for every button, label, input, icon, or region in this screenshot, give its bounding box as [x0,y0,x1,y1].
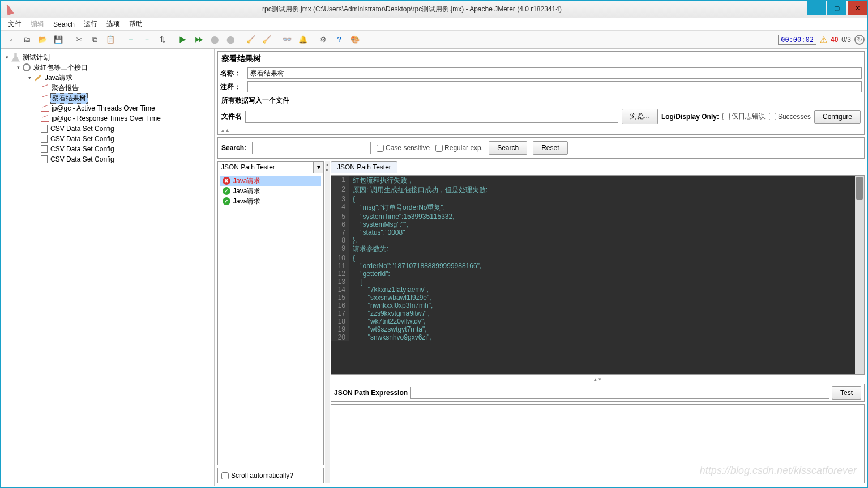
stop-indicator-icon: ↻ [854,35,865,45]
sample-result-item[interactable]: ✔Java请求 [220,186,321,196]
menu-run[interactable]: 运行 [80,18,101,30]
tree-aggregate[interactable]: 聚合报告 [50,83,80,93]
renderer-dropdown-button[interactable]: ▾ [313,162,323,173]
code-text: "snwksnhvo9gxv6zi", [349,333,431,341]
window-maximize-button[interactable]: ▢ [827,1,846,15]
line-number: 6 [331,220,349,228]
sample-result-item[interactable]: ✖Java请求 [220,176,321,186]
errors-only-checkbox[interactable] [722,113,730,120]
thread-count: 0/3 [841,36,851,44]
clear-button[interactable]: 🧹 [243,32,258,47]
jsonpath-input[interactable] [410,387,829,399]
new-button[interactable]: ▫ [3,32,18,47]
tree-view-results[interactable]: 察看结果树 [50,93,88,104]
case-sensitive-checkbox[interactable] [377,145,384,152]
reset-button[interactable]: Reset [533,141,567,155]
line-number: 4 [331,203,349,213]
toolbar: ▫ 🗂 📂 💾 ✂ ⧉ 📋 ＋ － ⇅ ⬤ ⬤ 🧹 🧹 👓 🔔 ⚙ ? 🎨 00… [1,31,867,49]
templates-button[interactable]: 🗂 [19,32,34,47]
tree-csv4[interactable]: CSV Data Set Config [49,155,116,163]
line-number: 18 [331,317,349,325]
tree-root[interactable]: 测试计划 [22,53,51,62]
errors-only-label: 仅日志错误 [732,112,766,121]
reset-search-button[interactable]: 🔔 [296,32,310,47]
palette-button[interactable]: 🎨 [348,32,362,47]
search-button[interactable]: Search [489,141,527,155]
panel-title: 察看结果树 [218,52,864,66]
listener-icon [41,115,49,122]
menu-search[interactable]: Search [50,19,78,29]
json-path-tester-tab[interactable]: JSON Path Tester [331,161,397,173]
tree-toggle[interactable]: ▾ [27,75,32,80]
regex-checkbox[interactable] [435,145,443,152]
test-plan-tree[interactable]: ▾测试计划 ▾发红包等三个接口 ▾Java请求 聚合报告 察看结果树 jp@gc… [1,49,215,486]
toggle-button[interactable]: ⇅ [155,32,170,47]
stop-button[interactable]: ⬤ [207,32,222,47]
config-icon [41,145,48,153]
name-input[interactable] [247,67,862,79]
tree-csv2[interactable]: CSV Data Set Config [49,135,116,143]
remove-button[interactable]: － [139,32,154,47]
menu-help[interactable]: 帮助 [126,18,146,30]
timer-display: 00:00:02 [778,35,816,45]
tree-jp2[interactable]: jp@gc - Response Times Over Time [50,114,162,122]
paste-button[interactable]: 📋 [103,32,118,47]
collapse-arrows[interactable]: ▴ ▴ [218,126,864,134]
comment-input[interactable] [247,81,862,92]
test-button[interactable]: Test [832,386,861,400]
tree-toggle[interactable]: ▾ [5,54,10,60]
code-text: { [349,254,355,262]
line-number: 3 [331,195,349,203]
tree-jp1[interactable]: jp@gc - Active Threads Over Time [50,104,156,112]
renderer-dropdown[interactable]: JSON Path Tester [218,162,313,173]
start-no-timers-button[interactable] [191,32,206,47]
horizontal-splitter[interactable]: ▴ ▾ [331,377,865,381]
response-code-panel[interactable]: 1红包流程执行失败，2原因: 调用生成红包接口成功，但是处理失败:3{4 "ms… [331,175,865,375]
search-toolbar-button[interactable]: 👓 [280,32,294,47]
sample-name: Java请求 [233,197,260,206]
warning-icon[interactable]: ⚠ [820,35,827,45]
clear-all-button[interactable]: 🧹 [259,32,274,47]
menu-file[interactable]: 文件 [5,18,25,30]
cut-button[interactable]: ✂ [71,32,86,47]
window-title: rpc测试用例.jmx (C:\Users\Administrator\Desk… [17,5,807,14]
sample-result-item[interactable]: ✔Java请求 [220,196,321,206]
code-text: "sxxsnwbawl1f9z9e", [349,294,431,302]
sample-name: Java请求 [233,186,260,196]
configure-button[interactable]: Configure [814,110,861,124]
filename-input[interactable] [245,111,618,123]
code-text: "zzs9kxvtgma9itw7", [349,309,430,317]
add-button[interactable]: ＋ [123,32,138,47]
code-text: "msg":"订单号orderNo重复", [349,203,445,213]
sample-list[interactable]: ✖Java请求✔Java请求✔Java请求 [218,173,323,465]
line-number: 5 [331,213,349,220]
successes-checkbox[interactable] [769,113,776,120]
browse-button[interactable]: 浏览... [622,109,658,124]
window-minimize-button[interactable]: — [807,1,826,15]
code-scrollbar[interactable] [855,176,864,374]
function-helper-button[interactable]: ⚙ [316,32,331,47]
start-button[interactable] [176,32,190,47]
shutdown-button[interactable]: ⬤ [223,32,238,47]
tree-csv1[interactable]: CSV Data Set Config [49,125,116,133]
vertical-splitter[interactable]: ◂▸ [325,161,330,483]
search-input[interactable] [252,142,371,154]
tree-sampler[interactable]: Java请求 [44,73,74,83]
tree-thread-group[interactable]: 发红包等三个接口 [32,63,89,73]
open-button[interactable]: 📂 [35,32,50,47]
tree-toggle[interactable]: ▾ [16,65,21,70]
save-button[interactable]: 💾 [51,32,66,47]
listener-icon [41,105,49,112]
tree-csv3[interactable]: CSV Data Set Config [49,145,116,153]
menu-edit[interactable]: 编辑 [27,18,48,30]
test-plan-icon [11,53,20,62]
window-close-button[interactable]: ✕ [848,1,867,15]
results-tree-icon [41,95,49,101]
help-button[interactable]: ? [332,32,347,47]
file-section-label: 所有数据写入一个文件 [218,94,864,107]
copy-button[interactable]: ⧉ [87,32,102,47]
scroll-auto-checkbox[interactable] [221,472,229,479]
log-display-only-label: Log/Display Only: [661,113,719,121]
line-number: 17 [331,309,349,317]
menu-options[interactable]: 选项 [103,18,123,30]
